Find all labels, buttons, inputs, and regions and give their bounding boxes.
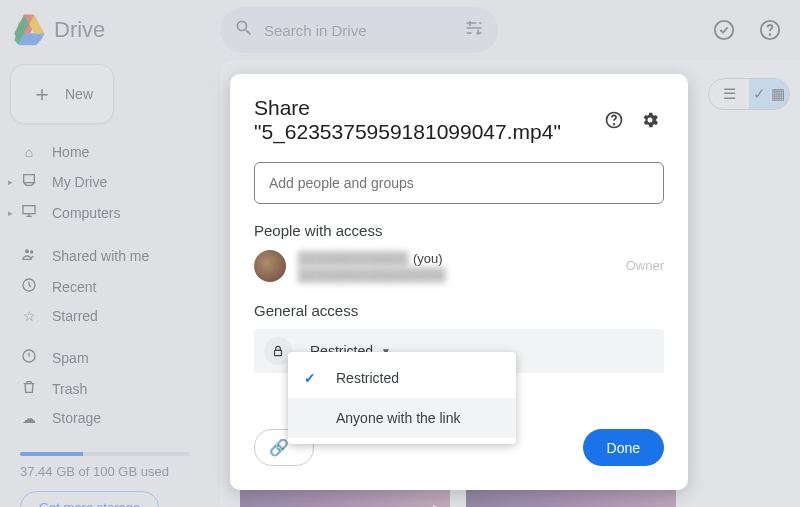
avatar [254, 250, 286, 282]
people-access-heading: People with access [254, 222, 664, 239]
help-icon[interactable] [600, 106, 628, 134]
settings-icon[interactable] [636, 106, 664, 134]
person-name: ████████████ [298, 251, 409, 266]
done-button[interactable]: Done [583, 429, 664, 466]
person-row: ████████████ (you) ████████████████ Owne… [254, 249, 664, 282]
svg-rect-16 [275, 350, 282, 355]
person-email: ████████████████ [298, 267, 614, 282]
dropdown-option-anyone[interactable]: Anyone with the link [288, 398, 516, 438]
dialog-title: Share "5_6235375959181099047.mp4" [254, 96, 592, 144]
svg-point-15 [614, 124, 615, 125]
link-icon: 🔗 [269, 438, 289, 457]
person-role: Owner [626, 258, 664, 273]
access-dropdown-menu: ✓ Restricted Anyone with the link [288, 352, 516, 444]
general-access-heading: General access [254, 302, 664, 319]
add-people-input[interactable] [254, 162, 664, 204]
dropdown-option-restricted[interactable]: ✓ Restricted [288, 358, 516, 398]
check-icon: ✓ [304, 370, 322, 386]
